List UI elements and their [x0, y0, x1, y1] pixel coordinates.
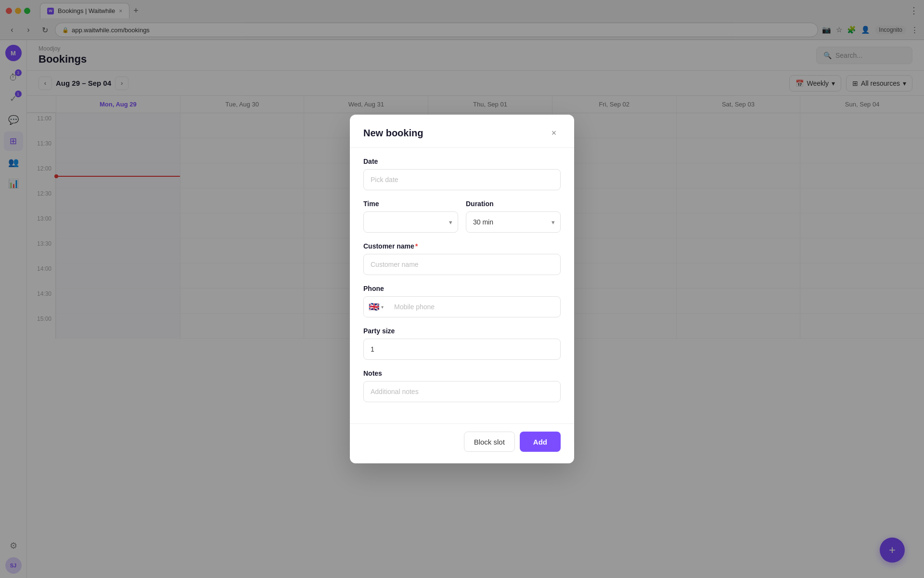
add-booking-button[interactable]: Add: [520, 432, 561, 452]
flag-icon: 🇬🇧: [369, 302, 379, 312]
phone-field-group: Phone 🇬🇧 ▾: [363, 285, 561, 317]
party-size-input[interactable]: [363, 339, 561, 360]
phone-label: Phone: [363, 285, 561, 292]
modal-title: New booking: [363, 128, 423, 139]
modal-close-button[interactable]: ×: [547, 126, 561, 140]
notes-label: Notes: [363, 369, 561, 377]
phone-input[interactable]: [388, 303, 560, 311]
time-label: Time: [363, 200, 458, 208]
time-duration-group: Time Duration 15 min 30 min 45 min: [363, 200, 561, 233]
party-size-field-group: Party size: [363, 327, 561, 360]
phone-chevron-icon: ▾: [381, 304, 384, 310]
required-indicator: *: [415, 242, 418, 250]
modal-footer: Block slot Add: [350, 423, 574, 463]
duration-label: Duration: [466, 200, 561, 208]
time-select[interactable]: [363, 211, 458, 233]
modal-body: Date Time Duration 1: [350, 148, 574, 423]
party-size-label: Party size: [363, 327, 561, 335]
time-field-group: Time: [363, 200, 458, 233]
customer-name-label: Customer name*: [363, 242, 561, 250]
duration-field-group: Duration 15 min 30 min 45 min 60 min 90 …: [466, 200, 561, 233]
block-slot-button[interactable]: Block slot: [464, 432, 515, 452]
notes-input[interactable]: [363, 381, 561, 402]
time-select-wrapper: [363, 211, 458, 233]
customer-name-input[interactable]: [363, 254, 561, 275]
date-label: Date: [363, 158, 561, 165]
customer-name-field-group: Customer name*: [363, 242, 561, 275]
notes-field-group: Notes: [363, 369, 561, 402]
new-booking-modal: New booking × Date Time: [350, 115, 574, 463]
modal-overlay[interactable]: New booking × Date Time: [0, 0, 924, 578]
duration-select[interactable]: 15 min 30 min 45 min 60 min 90 min: [466, 211, 561, 233]
phone-input-wrapper: 🇬🇧 ▾: [363, 296, 561, 317]
date-input[interactable]: [363, 169, 561, 190]
duration-select-wrapper: 15 min 30 min 45 min 60 min 90 min: [466, 211, 561, 233]
modal-header: New booking ×: [350, 115, 574, 148]
phone-country-button[interactable]: 🇬🇧 ▾: [364, 297, 388, 317]
date-field-group: Date: [363, 158, 561, 190]
